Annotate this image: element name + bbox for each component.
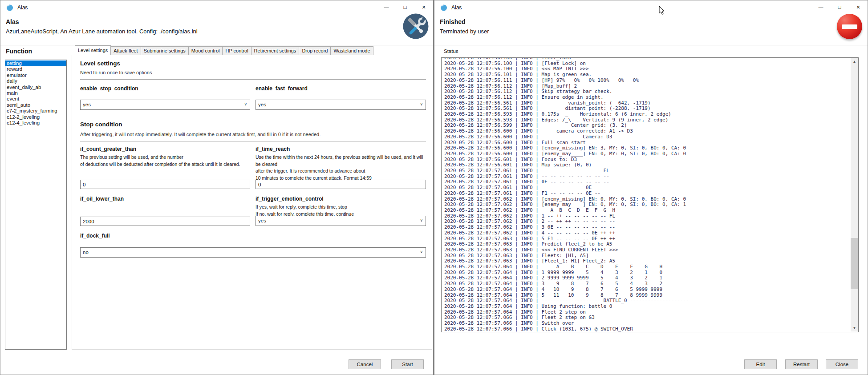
status-label: Status (444, 48, 458, 54)
alas-settings-window: Alas — □ ✕ Alas AzurLaneAutoScript, An A… (0, 0, 434, 375)
stop-condition-note: After triggering, it will not stop immed… (80, 132, 320, 137)
chevron-down-icon: ∨ (420, 250, 423, 254)
sidebar-item[interactable]: setting (5, 60, 66, 66)
sidebar-item[interactable]: daily (5, 78, 66, 84)
if-count-greater-than-help: The previous setting will be used, and t… (80, 154, 251, 168)
cancel-button[interactable]: Cancel (349, 359, 381, 369)
if-oil-lower-than-label: if_oil_lower_than (80, 196, 124, 202)
sidebar-item[interactable]: emulator (5, 73, 66, 78)
chevron-down-icon: ∨ (420, 218, 423, 222)
alas-app-icon (440, 4, 447, 11)
stop-condition-title: Stop condition (80, 121, 122, 128)
scroll-up-icon[interactable]: ▲ (851, 58, 858, 65)
if-trigger-emotion-control-label: if_trigger_emotion_control (256, 196, 324, 202)
tab[interactable]: HP control (222, 46, 251, 55)
alas-app-icon (6, 4, 13, 11)
run-status-subtitle: Terminated by user (440, 28, 489, 35)
chevron-down-icon: ∨ (420, 102, 423, 106)
section-note: Need to run once to save options (80, 70, 152, 75)
restart-button[interactable]: Restart (785, 359, 818, 369)
titlebar[interactable]: Alas — □ ✕ (0, 0, 433, 14)
sidebar-item[interactable]: main (5, 90, 66, 96)
run-status-title: Finished (440, 18, 466, 25)
tab[interactable]: Retirement settings (251, 46, 300, 55)
tab[interactable]: Submarine settings (141, 46, 189, 55)
divider (80, 141, 426, 141)
select-value: yes (258, 102, 266, 107)
settings-tabs[interactable]: Level settingsAttack fleetSubmarine sett… (75, 46, 373, 55)
start-button[interactable]: Start (391, 359, 424, 369)
maximize-button[interactable]: □ (396, 0, 414, 14)
select-value: yes (258, 218, 266, 223)
sidebar-item[interactable]: reward (5, 66, 66, 72)
close-button[interactable]: ✕ (414, 0, 433, 14)
if-time-reach-input[interactable] (256, 180, 426, 189)
window-title: Alas (451, 4, 462, 11)
page-title: Alas (6, 18, 19, 25)
stop-icon (837, 14, 862, 39)
enable-fast-forward-label: enable_fast_forward (256, 85, 308, 92)
level-settings-panel: Level settings Need to run once to save … (72, 55, 432, 350)
sidebar-item[interactable]: c7-2_mystery_farming (5, 108, 66, 114)
edit-button[interactable]: Edit (744, 359, 777, 369)
tab[interactable]: Drop record (299, 46, 331, 55)
if-count-greater-than-label: if_count_greater_than (80, 146, 136, 152)
enable-stop-condition-select[interactable]: yes ∨ (80, 100, 250, 110)
header-divider (0, 45, 433, 45)
sidebar-item[interactable]: event (5, 96, 66, 102)
if-count-greater-than-input[interactable] (80, 180, 250, 189)
section-title: Level settings (80, 60, 120, 67)
sidebar-item[interactable]: semi_auto (5, 102, 66, 108)
tab[interactable]: Wasteland mode (330, 46, 373, 55)
titlebar[interactable]: Alas — □ ✕ (434, 0, 868, 14)
tab[interactable]: Attack fleet (110, 46, 141, 55)
minimize-button[interactable]: — (811, 0, 830, 14)
scrollbar-thumb[interactable] (851, 238, 858, 289)
mouse-cursor (659, 6, 665, 15)
if-dock-full-label: if_dock_full (80, 233, 110, 239)
tab[interactable]: Level settings (75, 45, 111, 55)
divider (80, 79, 426, 80)
sidebar-item[interactable]: event_daily_ab (5, 85, 66, 90)
sidebar-item[interactable]: c12-2_leveling (5, 114, 66, 120)
log-scrollbar[interactable]: ▲ ▼ (851, 58, 858, 332)
header-divider (434, 45, 868, 45)
function-listbox[interactable]: settingrewardemulatordailyevent_daily_ab… (5, 60, 67, 350)
select-value: no (83, 250, 89, 255)
enable-fast-forward-select[interactable]: yes ∨ (256, 100, 426, 110)
minimize-button[interactable]: — (377, 0, 396, 14)
tools-icon (403, 13, 429, 39)
status-log[interactable]: 2020-05-28 12:07:56.100 | INFO | fleet_l… (441, 57, 859, 332)
if-dock-full-select[interactable]: no ∨ (80, 247, 426, 258)
if-time-reach-label: if_time_reach (256, 146, 290, 152)
log-text: 2020-05-28 12:07:56.100 | INFO | fleet_l… (444, 57, 850, 332)
chevron-down-icon: ∨ (244, 102, 247, 106)
page-subtitle: AzurLaneAutoScript, An Azur Lane automat… (6, 28, 198, 35)
scroll-down-icon[interactable]: ▼ (851, 324, 858, 332)
function-list-label: Function (6, 48, 32, 55)
if-trigger-emotion-control-select[interactable]: yes ∨ (256, 216, 426, 226)
enable-stop-condition-label: enable_stop_condition (80, 85, 138, 92)
if-oil-lower-than-input[interactable] (80, 217, 250, 226)
if-time-reach-help: Use the time within the next 24 hours, t… (256, 154, 426, 181)
sidebar-item[interactable]: c12-4_leveling (5, 120, 66, 126)
tab[interactable]: Mood control (188, 46, 223, 55)
maximize-button[interactable]: □ (830, 0, 849, 14)
window-title: Alas (17, 4, 28, 11)
select-value: yes (83, 102, 91, 107)
close-button[interactable]: ✕ (849, 0, 868, 14)
close-run-button[interactable]: Close (826, 359, 858, 369)
alas-run-window: Alas — □ ✕ Finished Terminated by user S… (434, 0, 868, 375)
